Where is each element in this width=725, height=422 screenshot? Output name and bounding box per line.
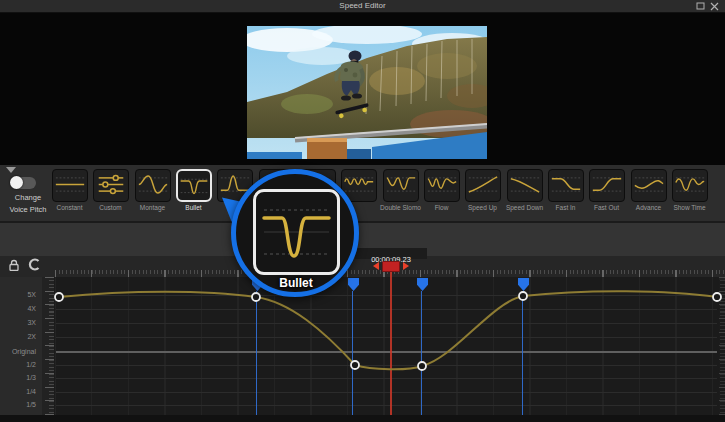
title-bar: Speed Editor [0, 0, 725, 13]
speed-label: 3X [2, 318, 36, 328]
preset-constant[interactable]: Constant [49, 169, 90, 211]
speed-label: 2X [2, 332, 36, 342]
speed-editor-window: Speed Editor [0, 0, 725, 422]
curve-control-point[interactable] [418, 362, 426, 370]
curve-control-point[interactable] [351, 361, 359, 369]
speed-label: 1/4 [2, 387, 36, 397]
playhead-timecode: 00:00:09.23 [355, 248, 427, 259]
magnified-bullet-thumbnail [253, 189, 340, 275]
presets-panel: Change Voice Pitch Constant Custom Monta… [0, 165, 725, 222]
collapse-panel-arrow-icon[interactable] [6, 167, 16, 173]
video-preview [247, 26, 487, 159]
speed-curve [40, 277, 725, 422]
playhead-handle[interactable] [382, 261, 400, 272]
preset-double-slomo[interactable]: Double Slomo [380, 169, 421, 211]
preset-montage[interactable]: Montage [132, 169, 173, 211]
preset-fast-out[interactable]: Fast Out [586, 169, 627, 211]
curve-control-point[interactable] [519, 292, 527, 300]
preset-speed-down[interactable]: Speed Down [504, 169, 545, 211]
voice-pitch-label-1: Change [0, 193, 56, 202]
speed-label: 1/3 [2, 373, 36, 383]
preset-speed-up[interactable]: Speed Up [462, 169, 503, 211]
voice-pitch-label-2: Voice Pitch [0, 205, 56, 214]
window-title: Speed Editor [0, 1, 725, 10]
preset-fast-in[interactable]: Fast In [545, 169, 586, 211]
speed-label: 5X [2, 290, 36, 300]
curve-tool-icon[interactable] [27, 258, 41, 271]
maximize-icon[interactable] [695, 2, 707, 11]
curve-control-point[interactable] [55, 293, 63, 301]
speed-scale-labels: 6X 5X 4X 3X 2X Original 1/2 1/3 1/4 1/5 [0, 277, 42, 422]
bottom-strip [0, 415, 725, 422]
bullet-curve-icon [256, 192, 337, 272]
toggle-knob-icon [10, 176, 23, 189]
preset-advance[interactable]: Advance [628, 169, 669, 211]
close-icon[interactable] [709, 2, 721, 11]
voice-pitch-toggle[interactable] [10, 177, 36, 189]
speed-label: Original [2, 347, 36, 357]
lock-icon[interactable] [8, 259, 20, 271]
preset-flow[interactable]: Flow [421, 169, 462, 211]
skateboarder-frame [247, 26, 487, 159]
speed-label: 1/2 [2, 360, 36, 370]
preset-show-time[interactable]: Show Time [669, 169, 710, 211]
speed-label: 6X [2, 277, 36, 279]
playhead-next-icon[interactable] [403, 262, 409, 270]
curve-control-point[interactable] [713, 293, 721, 301]
curve-control-point[interactable] [252, 293, 260, 301]
speed-label: 1/5 [2, 400, 36, 410]
preview-stage [0, 13, 725, 165]
preset-custom[interactable]: Custom [90, 169, 131, 211]
magnifier-label: Bullet [251, 276, 341, 290]
preset-bullet[interactable]: Bullet [173, 169, 214, 211]
speed-label: 4X [2, 304, 36, 314]
playhead-prev-icon[interactable] [373, 262, 379, 270]
